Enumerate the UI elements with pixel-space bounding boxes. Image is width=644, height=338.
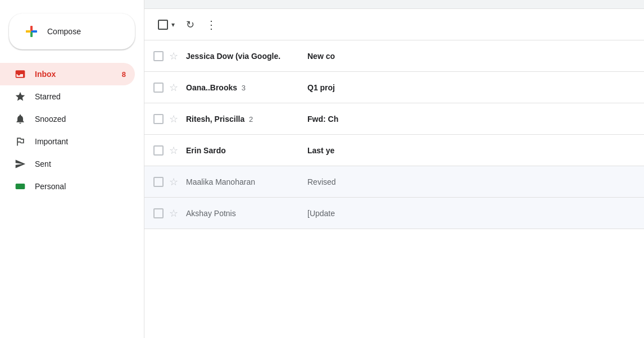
email-preview: Q1 proj	[307, 83, 635, 92]
more-options-button[interactable]: ⋮	[201, 13, 222, 36]
personal-label: Personal	[35, 182, 126, 191]
personal-icon	[15, 181, 26, 192]
email-row[interactable]: ☆ Erin Sardo Last ye	[144, 135, 644, 166]
sidebar-item-starred[interactable]: Starred	[0, 85, 135, 108]
email-row[interactable]: ☆ Maalika Manoharan Revised	[144, 166, 644, 198]
svg-rect-2	[30, 32, 33, 37]
email-list: ☆ Jessica Dow (via Google. New co ☆ Oana…	[144, 40, 644, 338]
refresh-button[interactable]: ↻	[182, 14, 199, 35]
sidebar-item-important[interactable]: Important	[0, 130, 135, 153]
more-icon: ⋮	[206, 18, 217, 31]
inbox-badge: 8	[122, 70, 126, 79]
star-button[interactable]: ☆	[168, 176, 179, 188]
starred-label: Starred	[35, 92, 126, 101]
email-sender: Erin Sardo	[186, 146, 298, 155]
email-sender: Oana..Brooks 3	[186, 83, 298, 92]
email-preview: Last ye	[307, 146, 635, 155]
starred-icon	[15, 91, 26, 102]
email-checkbox[interactable]	[153, 208, 164, 218]
important-label: Important	[35, 137, 126, 146]
important-icon	[15, 136, 26, 147]
email-preview: New co	[307, 52, 635, 61]
compose-label: Compose	[47, 27, 81, 36]
inbox-label: Inbox	[35, 70, 113, 79]
toolbar: ▾ ↻ ⋮	[144, 9, 644, 40]
svg-rect-1	[30, 26, 33, 31]
email-checkbox[interactable]	[153, 145, 164, 156]
select-all-button[interactable]: ▾	[153, 15, 179, 34]
svg-rect-4	[16, 184, 25, 189]
sidebar-item-sent[interactable]: Sent	[0, 153, 135, 175]
inbox-icon	[15, 68, 26, 80]
email-preview: Revised	[307, 177, 635, 186]
email-checkbox[interactable]	[153, 51, 164, 61]
refresh-icon: ↻	[186, 19, 194, 31]
email-row[interactable]: ☆ Akshay Potnis [Update	[144, 198, 644, 229]
top-scrollbar	[144, 0, 644, 9]
sent-icon	[15, 158, 26, 170]
sidebar-item-snoozed[interactable]: Snoozed	[0, 108, 135, 130]
email-checkbox[interactable]	[153, 83, 164, 93]
star-button[interactable]: ☆	[168, 113, 179, 125]
star-button[interactable]: ☆	[168, 82, 179, 93]
select-all-checkbox	[158, 20, 168, 30]
star-button[interactable]: ☆	[168, 208, 179, 219]
email-row[interactable]: ☆ Jessica Dow (via Google. New co	[144, 40, 644, 72]
email-row[interactable]: ☆ Oana..Brooks 3 Q1 proj	[144, 72, 644, 103]
chevron-down-icon: ▾	[171, 21, 175, 29]
email-sender: Akshay Potnis	[186, 209, 298, 218]
compose-plus-icon	[22, 22, 40, 40]
sidebar-item-inbox[interactable]: Inbox 8	[0, 63, 135, 85]
svg-rect-3	[26, 30, 31, 33]
email-checkbox[interactable]	[153, 114, 164, 124]
star-button[interactable]: ☆	[168, 51, 179, 62]
star-button[interactable]: ☆	[168, 145, 179, 156]
main-content: ▾ ↻ ⋮ ☆ Jessica Dow (via Google. New co	[144, 0, 644, 338]
sidebar-item-personal[interactable]: Personal	[0, 175, 135, 198]
email-sender: Maalika Manoharan	[186, 177, 298, 186]
sent-label: Sent	[35, 159, 126, 168]
snoozed-icon	[15, 113, 26, 125]
email-preview: [Update	[307, 209, 635, 218]
email-sender: Ritesh, Priscilla 2	[186, 115, 298, 124]
email-row[interactable]: ☆ Ritesh, Priscilla 2 Fwd: Ch	[144, 103, 644, 135]
email-sender: Jessica Dow (via Google.	[186, 52, 298, 61]
sidebar: Compose Inbox 8 Starred	[0, 0, 144, 338]
snoozed-label: Snoozed	[35, 115, 126, 124]
email-preview: Fwd: Ch	[307, 115, 635, 124]
email-checkbox[interactable]	[153, 177, 164, 187]
app-container: Compose Inbox 8 Starred	[0, 0, 644, 338]
compose-button[interactable]: Compose	[9, 13, 135, 49]
